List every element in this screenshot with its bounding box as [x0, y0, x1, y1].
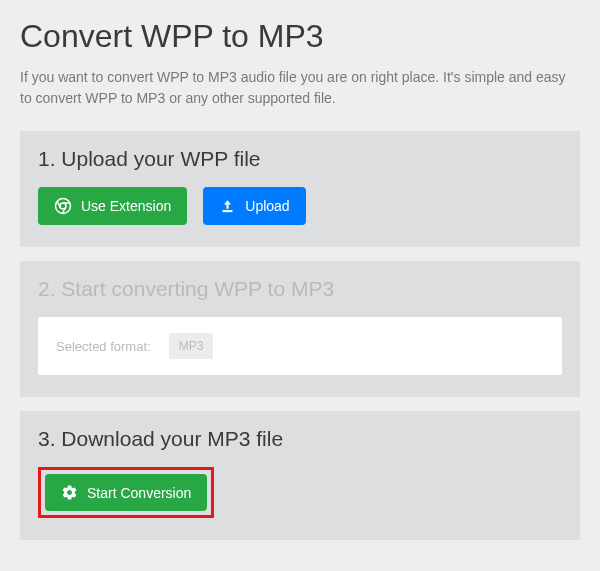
selected-format-value: MP3	[169, 333, 214, 359]
upload-label: Upload	[245, 198, 289, 214]
step-convert: 2. Start converting WPP to MP3 Selected …	[20, 261, 580, 397]
page-description: If you want to convert WPP to MP3 audio …	[20, 67, 580, 109]
use-extension-button[interactable]: Use Extension	[38, 187, 187, 225]
step-upload: 1. Upload your WPP file Use Extension	[20, 131, 580, 247]
start-conversion-label: Start Conversion	[87, 485, 191, 501]
start-conversion-button[interactable]: Start Conversion	[45, 474, 207, 511]
svg-rect-5	[223, 210, 233, 212]
upload-button-row: Use Extension Upload	[38, 187, 562, 225]
upload-button[interactable]: Upload	[203, 187, 305, 225]
use-extension-label: Use Extension	[81, 198, 171, 214]
step-convert-title: 2. Start converting WPP to MP3	[38, 277, 562, 301]
highlight-box: Start Conversion	[38, 467, 214, 518]
step-download: 3. Download your MP3 file Start Conversi…	[20, 411, 580, 540]
gear-icon	[61, 484, 78, 501]
upload-icon	[219, 198, 236, 215]
step-upload-title: 1. Upload your WPP file	[38, 147, 562, 171]
step-download-title: 3. Download your MP3 file	[38, 427, 562, 451]
format-box: Selected format: MP3	[38, 317, 562, 375]
chrome-icon	[54, 197, 72, 215]
page-title: Convert WPP to MP3	[20, 18, 580, 55]
selected-format-label: Selected format:	[56, 339, 151, 354]
